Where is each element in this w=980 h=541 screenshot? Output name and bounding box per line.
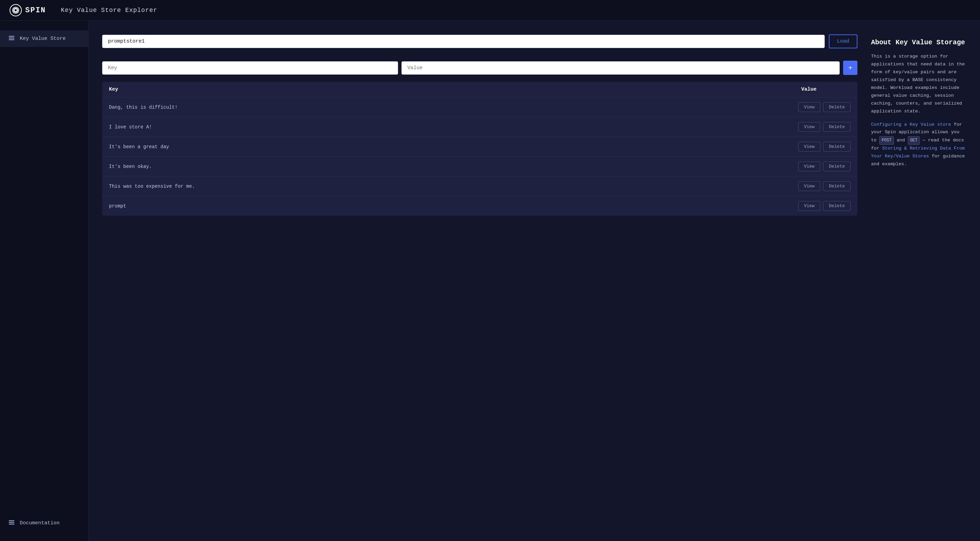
post-badge: POST — [879, 136, 894, 144]
kv-actions: View Delete — [798, 122, 851, 132]
configuring-link[interactable]: Configuring a Key Value store — [871, 122, 951, 127]
svg-rect-4 — [9, 39, 14, 40]
sidebar-bottom-nav: Documentation — [0, 512, 88, 534]
info-panel-title: About Key Value Storage — [871, 38, 966, 47]
kv-key: Dang, this is difficult! — [109, 105, 798, 110]
svg-rect-5 — [9, 520, 14, 521]
kv-key: It's been okay. — [109, 164, 798, 169]
table-row: It's been a great day View Delete — [102, 137, 858, 157]
sidebar-bottom-label: Documentation — [20, 520, 60, 526]
view-button[interactable]: View — [798, 201, 820, 211]
store-name-input[interactable] — [102, 35, 825, 48]
info-panel: About Key Value Storage This is a storag… — [871, 34, 966, 527]
svg-rect-3 — [9, 37, 14, 38]
svg-rect-2 — [9, 36, 14, 37]
info-paragraph-1: This is a storage option for application… — [871, 53, 966, 115]
svg-point-0 — [13, 7, 19, 13]
table-row: Dang, this is difficult! View Delete — [102, 97, 858, 117]
kv-table-header: Key Value — [102, 82, 858, 97]
kv-key: I love store A! — [109, 124, 798, 130]
sidebar-item-documentation[interactable]: Documentation — [0, 515, 88, 531]
sidebar-item-label: Key Value Store — [20, 36, 66, 41]
load-button[interactable]: Load — [829, 34, 858, 48]
info-paragraph-2: Configuring a Key Value store for your S… — [871, 121, 966, 168]
col-value-header: Value — [801, 86, 816, 93]
table-row: I love store A! View Delete — [102, 117, 858, 137]
key-value-store-icon — [8, 34, 15, 43]
info-panel-body: This is a storage option for application… — [871, 53, 966, 168]
delete-button[interactable]: Delete — [823, 102, 851, 112]
app-layout: Key Value Store Documentation — [0, 21, 980, 541]
header-title: Key Value Store Explorer — [61, 7, 158, 14]
kv-key: This was too expensive for me. — [109, 184, 798, 189]
table-row: This was too expensive for me. View Dele… — [102, 177, 858, 196]
sidebar-item-key-value-store[interactable]: Key Value Store — [0, 30, 88, 47]
info-text-and: and — [897, 138, 907, 143]
add-kv-button[interactable]: + — [843, 61, 858, 75]
kv-table: Key Value Dang, this is difficult! View … — [102, 82, 858, 215]
delete-button[interactable]: Delete — [823, 201, 851, 211]
kv-add-row: + — [102, 61, 858, 75]
delete-button[interactable]: Delete — [823, 142, 851, 152]
value-input[interactable] — [401, 61, 840, 75]
kv-actions: View Delete — [798, 102, 851, 112]
kv-actions: View Delete — [798, 201, 851, 211]
kv-actions: View Delete — [798, 161, 851, 171]
col-key-header: Key — [109, 86, 801, 93]
sidebar: Key Value Store Documentation — [0, 21, 89, 541]
view-button[interactable]: View — [798, 142, 820, 152]
delete-button[interactable]: Delete — [823, 122, 851, 132]
spin-logo-icon — [10, 4, 22, 16]
view-button[interactable]: View — [798, 102, 820, 112]
kv-actions: View Delete — [798, 142, 851, 152]
kv-actions: View Delete — [798, 181, 851, 191]
main-content: Load + Key Value Dang, this is difficult… — [89, 21, 980, 541]
get-badge: GET — [908, 136, 920, 144]
app-header: SPIN Key Value Store Explorer — [0, 0, 980, 21]
view-button[interactable]: View — [798, 161, 820, 171]
table-row: It's been okay. View Delete — [102, 157, 858, 177]
svg-point-1 — [14, 9, 17, 11]
view-button[interactable]: View — [798, 181, 820, 191]
view-button[interactable]: View — [798, 122, 820, 132]
kv-key: prompt — [109, 203, 798, 209]
delete-button[interactable]: Delete — [823, 181, 851, 191]
documentation-icon — [8, 519, 15, 527]
logo-text: SPIN — [25, 6, 46, 14]
logo: SPIN — [10, 4, 46, 16]
kv-key: It's been a great day — [109, 144, 798, 150]
delete-button[interactable]: Delete — [823, 161, 851, 171]
svg-rect-7 — [9, 523, 14, 525]
svg-rect-6 — [9, 522, 14, 523]
table-row: prompt View Delete — [102, 196, 858, 215]
store-loader: Load — [102, 34, 858, 48]
key-input[interactable] — [102, 61, 398, 75]
sidebar-nav: Key Value Store — [0, 27, 88, 50]
explorer-panel: Load + Key Value Dang, this is difficult… — [102, 34, 858, 527]
